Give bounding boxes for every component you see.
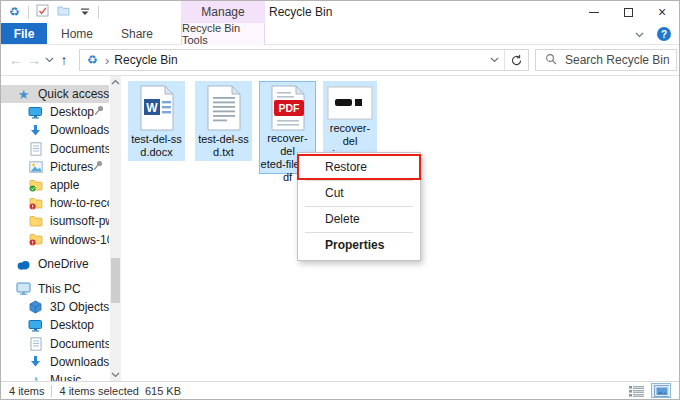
- file-item-recover-del-img-png[interactable]: recover-del -img.png: [323, 81, 377, 161]
- search-box: [535, 49, 677, 71]
- magnifier-icon: [543, 53, 558, 65]
- help-icon[interactable]: ?: [657, 27, 671, 41]
- scroll-down-icon[interactable]: [110, 369, 121, 381]
- sidebar-item-windows-10[interactable]: windows-10: [1, 231, 109, 249]
- address-bar-buttons: [484, 50, 528, 70]
- pin-icon: [94, 105, 104, 119]
- sidebar-item-label: Desktop: [50, 105, 94, 119]
- new-folder-button[interactable]: [56, 5, 71, 19]
- menu-item-restore[interactable]: Restore: [298, 155, 420, 180]
- svg-text:W: W: [146, 101, 158, 115]
- sidebar-item-label: apple: [50, 178, 79, 192]
- text-file-icon: [204, 83, 244, 133]
- sidebar-item-label: Pictures: [50, 160, 93, 174]
- tab-share[interactable]: Share: [107, 23, 167, 44]
- sidebar-item-label: 3D Objects: [50, 300, 109, 314]
- download-arrow-icon: [28, 124, 43, 137]
- folder-alert-icon: [28, 197, 43, 210]
- file-item-test-del-ssd-txt[interactable]: test-del-ss d.txt: [195, 81, 252, 161]
- maximize-button[interactable]: [611, 1, 645, 23]
- back-button[interactable]: ←: [7, 49, 25, 71]
- tab-file[interactable]: File: [1, 23, 47, 44]
- context-menu: RestoreCutDeleteProperties: [297, 152, 421, 261]
- file-name: test-del-ss d.txt: [198, 133, 249, 159]
- sidebar-item-desktop[interactable]: Desktop: [1, 103, 109, 121]
- chevron-up-icon: [108, 79, 121, 85]
- scroll-up-icon[interactable]: [110, 76, 121, 88]
- refresh-button[interactable]: [505, 50, 528, 70]
- menu-item-properties[interactable]: Properties: [298, 233, 420, 258]
- folder-icon: [28, 215, 43, 227]
- address-bar[interactable]: ♻ › Recycle Bin: [79, 49, 529, 71]
- menu-item-cut[interactable]: Cut: [298, 181, 420, 206]
- properties-check-button[interactable]: [35, 4, 50, 20]
- sidebar-item-desktop[interactable]: Desktop: [1, 316, 109, 334]
- sidebar-item-this-pc[interactable]: This PC: [1, 280, 109, 298]
- document-icon: [28, 142, 43, 156]
- sidebar-scrollbar[interactable]: [110, 76, 121, 381]
- monitor-icon: [28, 106, 43, 119]
- file-list-area[interactable]: Wtest-del-ss d.docxtest-del-ss d.txtPDFr…: [121, 76, 679, 381]
- recycle-bin-button[interactable]: ♻: [7, 5, 22, 19]
- recycle-bin-icon: ♻: [85, 54, 100, 66]
- items-count: 4 items: [9, 385, 44, 397]
- menu-item-delete[interactable]: Delete: [298, 207, 420, 232]
- cloud-icon: [16, 259, 31, 270]
- scrollbar-thumb[interactable]: [111, 258, 120, 303]
- sidebar-item-how-to-recover[interactable]: how-to-recover-: [1, 194, 109, 212]
- sidebar-item-downloads[interactable]: Downloads: [1, 353, 109, 371]
- tab-recycle-bin-tools[interactable]: Recycle Bin Tools: [181, 23, 265, 45]
- details-view-icon: [629, 385, 644, 397]
- magnifier-icon: [543, 53, 558, 68]
- sidebar-item-label: windows-10: [50, 233, 109, 247]
- contextual-tab-header: Manage: [181, 1, 265, 23]
- sidebar-item-3d-objects[interactable]: 3D Objects: [1, 298, 109, 316]
- sidebar-item-isumsoft-pw-too[interactable]: isumsoft-pw-too: [1, 212, 109, 230]
- sidebar-item-documents[interactable]: Documents: [1, 140, 109, 158]
- close-button[interactable]: ×: [645, 1, 679, 23]
- chevron-down-icon: [632, 32, 647, 38]
- tab-home[interactable]: Home: [47, 23, 107, 44]
- folder-alert-icon: [28, 233, 43, 246]
- forward-button[interactable]: →: [25, 49, 43, 71]
- selection-count: 4 items selected: [59, 385, 138, 397]
- sidebar-item-onedrive[interactable]: OneDrive: [1, 255, 109, 273]
- customize-caret-button[interactable]: [77, 5, 92, 19]
- pin-icon: [93, 160, 103, 174]
- up-button[interactable]: ↑: [55, 49, 73, 71]
- breadcrumb[interactable]: Recycle Bin: [114, 53, 177, 67]
- sidebar-item-label: This PC: [38, 282, 81, 296]
- customize-caret-icon: [77, 8, 92, 16]
- status-bar: 4 items 4 items selected 615 KB: [1, 381, 679, 399]
- properties-check-icon: [35, 4, 50, 17]
- sidebar-item-documents[interactable]: Documents: [1, 334, 109, 352]
- file-item-test-del-ssd-docx[interactable]: Wtest-del-ss d.docx: [128, 81, 185, 161]
- explorer-window: ♻ Manage Recycle Bin × FileHomeShareView…: [0, 0, 680, 400]
- minimize-button[interactable]: [577, 1, 611, 23]
- sidebar-item-pictures[interactable]: Pictures: [1, 158, 109, 176]
- quick-access-toolbar: ♻: [7, 1, 99, 23]
- window-title: Recycle Bin: [269, 1, 332, 23]
- ribbon-collapse-button[interactable]: [632, 27, 647, 41]
- folder-synced-icon: [28, 179, 43, 192]
- minimize-icon: [589, 12, 599, 13]
- music-note-icon: ♪: [28, 373, 43, 381]
- sidebar-item-downloads[interactable]: Downloads: [1, 121, 109, 139]
- details-view-button[interactable]: [626, 383, 646, 398]
- star-icon: ★: [16, 88, 31, 101]
- monitor-icon: [28, 319, 43, 332]
- icons-view-button[interactable]: [651, 383, 671, 398]
- maximize-icon: [624, 8, 633, 17]
- search-input[interactable]: [565, 53, 669, 67]
- sidebar-item-quick-access[interactable]: ★Quick access: [1, 85, 109, 103]
- address-dropdown-button[interactable]: [484, 50, 504, 70]
- qat-divider: [98, 6, 99, 19]
- recent-locations-button[interactable]: [43, 49, 55, 71]
- sidebar-item-music[interactable]: ♪Music: [1, 371, 109, 381]
- ribbon-right-controls: ?: [632, 23, 671, 45]
- breadcrumb-chevron-icon: ›: [105, 53, 109, 68]
- sidebar-item-apple[interactable]: apple: [1, 176, 109, 194]
- chevron-down-icon: [487, 57, 502, 63]
- close-icon: ×: [658, 5, 666, 19]
- sidebar-item-label: isumsoft-pw-too: [50, 214, 109, 228]
